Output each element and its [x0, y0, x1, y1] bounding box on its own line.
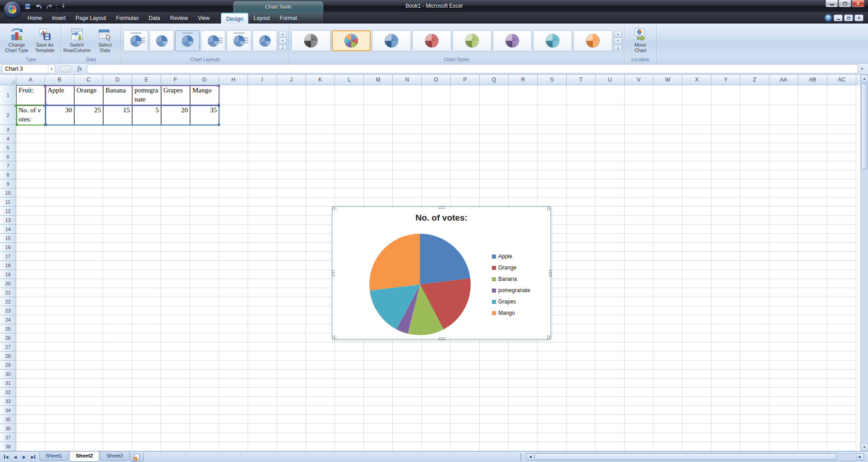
cell-f31[interactable]	[161, 379, 190, 388]
cell-y17[interactable]	[711, 252, 740, 261]
cell-ac26[interactable]	[827, 333, 856, 342]
cell-e3[interactable]	[132, 125, 161, 134]
cell-n3[interactable]	[393, 125, 422, 134]
cell-p8[interactable]	[451, 170, 480, 179]
cell-j9[interactable]	[277, 179, 306, 188]
cell-ac31[interactable]	[827, 379, 856, 388]
cell-ab32[interactable]	[798, 388, 827, 397]
workbook-close-button[interactable]: ×	[854, 14, 863, 21]
cell-d12[interactable]	[103, 207, 132, 216]
cell-l35[interactable]	[335, 415, 364, 424]
cell-p28[interactable]	[451, 351, 480, 361]
row-header-17[interactable]: 17	[0, 252, 16, 261]
cell-o34[interactable]	[422, 406, 451, 415]
cell-n32[interactable]	[393, 388, 422, 397]
cell-z38[interactable]	[740, 442, 769, 451]
cell-y24[interactable]	[711, 315, 740, 324]
cell-j12[interactable]	[277, 207, 306, 216]
cell-h26[interactable]	[219, 333, 248, 342]
cell-h7[interactable]	[219, 161, 248, 170]
cell-i9[interactable]	[248, 179, 277, 188]
chart-styles-scroll-up-button[interactable]: ▴	[614, 31, 622, 37]
cell-i35[interactable]	[248, 415, 277, 424]
cell-j32[interactable]	[277, 388, 306, 397]
cell-x3[interactable]	[682, 125, 711, 134]
cell-k28[interactable]	[306, 351, 335, 361]
cell-a8[interactable]	[16, 170, 45, 179]
cell-m32[interactable]	[364, 388, 393, 397]
cell-w25[interactable]	[653, 324, 682, 333]
cell-y4[interactable]	[711, 134, 740, 143]
cell-c36[interactable]	[74, 424, 103, 433]
cell-d35[interactable]	[103, 415, 132, 424]
cell-d7[interactable]	[103, 161, 132, 170]
cell-r6[interactable]	[509, 152, 538, 161]
cell-x17[interactable]	[682, 252, 711, 261]
cell-aa34[interactable]	[769, 406, 798, 415]
cell-aa7[interactable]	[769, 161, 798, 170]
cell-a11[interactable]	[16, 197, 45, 207]
cell-z3[interactable]	[740, 125, 769, 134]
cell-z35[interactable]	[740, 415, 769, 424]
cell-h20[interactable]	[219, 279, 248, 288]
cell-r31[interactable]	[509, 379, 538, 388]
pie-style-2-icon[interactable]	[332, 30, 371, 51]
cell-u25[interactable]	[596, 324, 625, 333]
cell-y29[interactable]	[711, 361, 740, 370]
cell-k31[interactable]	[306, 379, 335, 388]
cell-v26[interactable]	[625, 333, 653, 342]
select-data-button[interactable]: Select Data	[91, 26, 119, 53]
cell-h12[interactable]	[219, 207, 248, 216]
cell-m29[interactable]	[364, 361, 393, 370]
cell-f19[interactable]	[161, 270, 190, 279]
cell-ac24[interactable]	[827, 315, 856, 324]
row-header-22[interactable]: 22	[0, 297, 16, 306]
cell-s28[interactable]	[538, 351, 567, 361]
cell-m11[interactable]	[364, 197, 393, 207]
cell-x1[interactable]	[682, 85, 711, 105]
cell-k15[interactable]	[306, 234, 335, 243]
close-button[interactable]: ×	[852, 0, 864, 7]
cell-n4[interactable]	[393, 134, 422, 143]
chart-handle-top-right[interactable]	[547, 206, 551, 211]
cell-x11[interactable]	[682, 197, 711, 207]
cell-l34[interactable]	[335, 406, 364, 415]
cell-e5[interactable]	[132, 143, 161, 152]
cell-d6[interactable]	[103, 152, 132, 161]
cell-a9[interactable]	[16, 179, 45, 188]
cell-i30[interactable]	[248, 370, 277, 379]
cell-q31[interactable]	[480, 379, 509, 388]
cell-y26[interactable]	[711, 333, 740, 342]
cell-ab36[interactable]	[798, 424, 827, 433]
cell-j17[interactable]	[277, 252, 306, 261]
cell-a10[interactable]	[16, 188, 45, 197]
cell-w22[interactable]	[653, 297, 682, 306]
row-header-10[interactable]: 10	[0, 188, 16, 197]
cell-y9[interactable]	[711, 179, 740, 188]
cell-c23[interactable]	[74, 306, 103, 315]
cell-e21[interactable]	[132, 288, 161, 297]
cell-c10[interactable]	[74, 188, 103, 197]
cell-r32[interactable]	[509, 388, 538, 397]
cell-u24[interactable]	[596, 315, 625, 324]
cell-f37[interactable]	[161, 433, 190, 442]
cell-c35[interactable]	[74, 415, 103, 424]
cell-z2[interactable]	[740, 105, 769, 125]
cell-u6[interactable]	[596, 152, 625, 161]
cell-m10[interactable]	[364, 188, 393, 197]
cell-p36[interactable]	[451, 424, 480, 433]
cell-ac16[interactable]	[827, 243, 856, 252]
cell-g24[interactable]	[190, 315, 219, 324]
row-header-36[interactable]: 36	[0, 424, 16, 433]
cell-aa3[interactable]	[769, 125, 798, 134]
cell-w12[interactable]	[653, 207, 682, 216]
row-header-31[interactable]: 31	[0, 379, 16, 388]
cell-e8[interactable]	[132, 170, 161, 179]
cell-k21[interactable]	[306, 288, 335, 297]
row-header-27[interactable]: 27	[0, 342, 16, 351]
row-header-37[interactable]: 37	[0, 433, 16, 442]
cell-a4[interactable]	[16, 134, 45, 143]
cell-a30[interactable]	[16, 370, 45, 379]
cell-j18[interactable]	[277, 261, 306, 270]
cell-p2[interactable]	[451, 105, 480, 125]
